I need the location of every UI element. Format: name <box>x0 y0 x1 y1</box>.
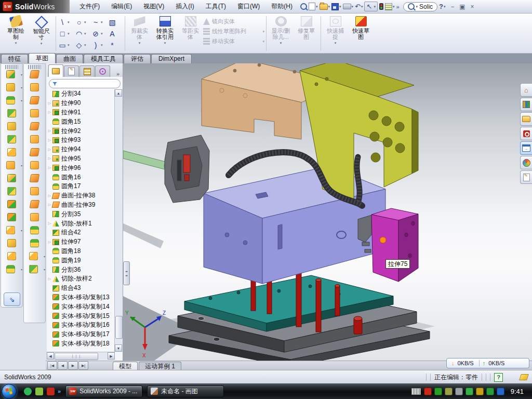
tab-5[interactable]: DimXpert <box>151 54 192 63</box>
features-tool-9[interactable] <box>1 187 22 195</box>
taskbar-task-0[interactable]: SWSolidWorks 2009 - ... <box>65 385 142 397</box>
surfaces-tool-8[interactable] <box>24 174 45 182</box>
doc-nav-2[interactable]: ▶ <box>68 361 78 370</box>
scroll-left-button[interactable]: ◀ <box>47 352 54 360</box>
surfaces-tool-6[interactable] <box>24 148 45 156</box>
sketch-tool-11[interactable]: * <box>108 41 123 49</box>
tree-item-10[interactable]: 圆角17 <box>47 182 115 191</box>
surfaces-tool-9[interactable] <box>24 187 45 195</box>
tab-1[interactable]: 草图 <box>29 53 56 63</box>
sketch-tool-10[interactable]: )▾ <box>91 41 107 49</box>
expand-arrow-icon[interactable]: ▷ <box>47 129 52 133</box>
tab-dimxpert-manager[interactable] <box>95 65 110 77</box>
sketch-tool-3[interactable]: ▧ <box>108 18 123 26</box>
doc-nav-0[interactable]: |◀ <box>47 361 57 370</box>
app-icon[interactable] <box>35 388 43 395</box>
expand-arrow-icon[interactable]: ▷ <box>47 138 52 142</box>
surfaces-tool-2[interactable] <box>24 96 45 104</box>
taskpane-tab-file-explorer[interactable] <box>520 112 532 126</box>
features-tool-8[interactable] <box>1 174 22 182</box>
menu-item-6[interactable]: 帮助(H) <box>265 0 298 13</box>
sketch-button[interactable]: 草图绘制▾ <box>3 14 29 53</box>
part-red-cylinder[interactable] <box>354 316 362 334</box>
surfaces-tool-4[interactable] <box>24 122 45 130</box>
sketch-tool-4[interactable]: □▾ <box>58 30 73 38</box>
surfaces-tool-12[interactable] <box>24 226 45 234</box>
hscroll-thumb[interactable]: ❘❘❘ <box>55 353 98 360</box>
surfaces-tool-13[interactable] <box>24 239 45 247</box>
scroll-thumb[interactable] <box>115 316 123 339</box>
options-button[interactable]: ▾ <box>385 3 395 10</box>
surfaces-tool-14[interactable]: ▾ <box>24 252 45 260</box>
expand-arrow-icon[interactable]: ▷ <box>47 148 52 152</box>
exploded-mold-assembly[interactable]: Y Z X <box>123 63 532 361</box>
tree-item-21[interactable]: 组合43 <box>47 284 115 293</box>
features-tool-14[interactable] <box>1 252 22 260</box>
status-help-icon[interactable]: ? <box>494 373 503 382</box>
sketch-tool-9[interactable]: ◇▾ <box>74 41 90 49</box>
open-file-button[interactable]: ▾ <box>320 4 330 10</box>
tree-item-15[interactable]: 组合42 <box>47 228 115 237</box>
tag-icon[interactable] <box>519 374 529 380</box>
toolbar-overflow[interactable]: » <box>396 4 399 10</box>
surfaces-tool-15[interactable]: ▾ <box>24 265 45 273</box>
tree-item-19[interactable]: 分割36 <box>47 265 115 274</box>
taskbar-clock[interactable]: 9:41 <box>511 388 524 395</box>
tree-item-1[interactable]: ▷拉伸90 <box>47 99 115 108</box>
menu-item-0[interactable]: 文件(F) <box>74 0 105 13</box>
tab-feature-manager[interactable] <box>48 64 63 77</box>
tree-item-13[interactable]: 分割35 <box>47 209 115 219</box>
start-button[interactable] <box>2 384 17 399</box>
tree-item-14[interactable]: ▷切除-放样1 <box>47 219 115 228</box>
expand-arrow-icon[interactable]: ▷ <box>47 277 52 281</box>
tab-2[interactable]: 曲面 <box>56 54 83 63</box>
menu-item-1[interactable]: 编辑(E) <box>105 0 138 13</box>
sync-icon[interactable] <box>466 388 473 395</box>
scroll-up-button[interactable]: ▲ <box>115 89 122 97</box>
features-tool-2[interactable]: ▾ <box>1 96 22 104</box>
tree-item-27[interactable]: 实体-移动/复制18 <box>47 339 115 349</box>
surfaces-tool-10[interactable] <box>24 200 45 208</box>
messenger-tray-icon[interactable] <box>497 388 504 395</box>
tree-item-22[interactable]: 实体-移动/复制13 <box>47 293 115 302</box>
sketch-tool-7[interactable]: A <box>108 30 123 38</box>
search-input[interactable]: ▾ Solic <box>403 2 438 11</box>
tree-item-18[interactable]: 圆角19 <box>47 256 115 265</box>
features-tool-11[interactable] <box>1 213 22 221</box>
tab-property-manager[interactable] <box>64 65 79 77</box>
new-file-button[interactable]: ▾ <box>309 3 318 10</box>
expand-arrow-icon[interactable]: ▷ <box>47 221 52 225</box>
select-tool[interactable]: ↖▾ <box>364 2 377 11</box>
taskpane-tab-design-library[interactable] <box>520 98 532 111</box>
minimize-button[interactable]: − <box>448 3 458 10</box>
surfaces-tool-0[interactable] <box>24 70 45 78</box>
features-tool-3[interactable] <box>1 109 22 117</box>
tab-3[interactable]: 模具工具 <box>84 54 123 63</box>
pin-icon[interactable] <box>300 3 307 10</box>
menu-item-3[interactable]: 插入(I) <box>170 0 200 13</box>
sketch-tool-5[interactable]: ◠▾ <box>74 30 90 38</box>
tree-item-8[interactable]: ▷拉伸96 <box>47 163 115 172</box>
features-tool-0[interactable]: ▾ <box>1 70 22 78</box>
dropdown-caret-icon[interactable]: ▾ <box>280 41 282 45</box>
tab-configuration-manager[interactable] <box>79 65 95 77</box>
tree-item-11[interactable]: ▷曲面-拉伸38 <box>47 191 115 201</box>
taskpane-tab-solidworks-search[interactable] <box>520 127 532 140</box>
expand-arrow-icon[interactable]: ▷ <box>47 166 52 170</box>
keyboard-layout-icon[interactable] <box>411 388 421 395</box>
antivirus-icon[interactable] <box>434 388 442 395</box>
tree-item-7[interactable]: ▷拉伸95 <box>47 154 115 164</box>
tree-item-0[interactable]: 分割34 <box>47 89 115 99</box>
tree-vertical-scrollbar[interactable]: ▲ ▼ <box>114 89 123 352</box>
rapid-sketch-button[interactable]: 快速草图 <box>348 14 374 53</box>
sketch-tool-2[interactable]: ~▾ <box>91 18 107 26</box>
features-tool-4[interactable] <box>1 122 22 130</box>
undo-button[interactable]: ↶▾ <box>355 3 363 10</box>
scroll-down-button[interactable]: ▼ <box>115 344 122 352</box>
save-button[interactable]: ▾ <box>331 3 341 10</box>
restore-button[interactable]: ▣ <box>458 3 468 10</box>
tree-item-2[interactable]: ▷拉伸91 <box>47 108 115 117</box>
menu-item-4[interactable]: 工具(T) <box>200 0 232 13</box>
tree-item-17[interactable]: 圆角18 <box>47 247 115 256</box>
tree-item-12[interactable]: ▷曲面-拉伸39 <box>47 201 115 210</box>
